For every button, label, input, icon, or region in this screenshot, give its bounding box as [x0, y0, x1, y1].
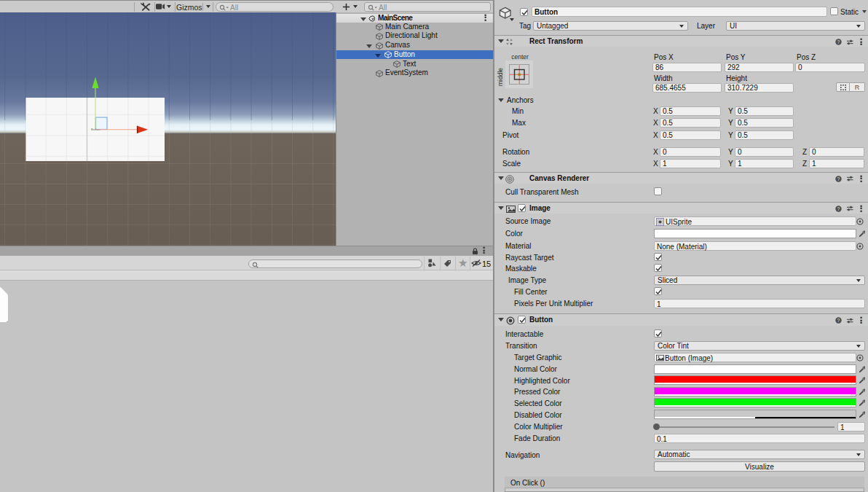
svg-text:?: ?: [837, 176, 840, 181]
svg-text:Button: Button: [91, 128, 100, 131]
svg-text:?: ?: [837, 318, 840, 323]
svg-text:?: ?: [837, 206, 840, 211]
svg-text:?: ?: [837, 39, 840, 44]
